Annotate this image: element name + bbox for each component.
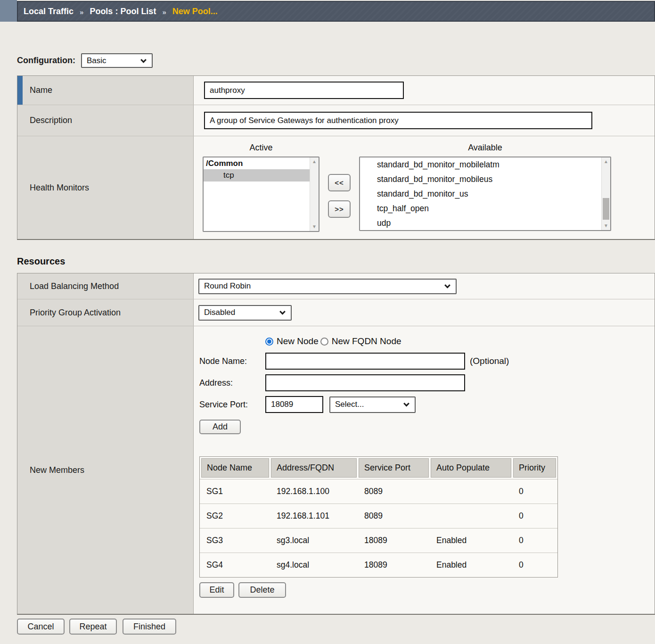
breadcrumb-bar: Local Traffic » Pools : Pool List » New … xyxy=(0,0,655,22)
required-field-accent xyxy=(17,76,23,105)
address-label: Address: xyxy=(199,378,265,388)
pool-description-input[interactable] xyxy=(204,112,592,129)
cell-node-name: SG2 xyxy=(200,504,270,528)
active-monitors-header: Active xyxy=(203,143,319,153)
new-members-label: New Members xyxy=(30,465,84,475)
priority-group-row: Priority Group Activation Disabled xyxy=(17,299,655,326)
available-monitor-item[interactable]: udp xyxy=(360,216,601,231)
configuration-table: Name Description Health Monitors Active xyxy=(17,75,655,240)
cell-service-port: 8089 xyxy=(358,504,430,528)
delete-member-button[interactable]: Delete xyxy=(238,582,286,598)
active-monitor-item[interactable]: tcp xyxy=(204,169,310,182)
column-header-priority[interactable]: Priority xyxy=(513,458,556,478)
chevron-down-icon xyxy=(403,401,409,407)
service-port-select[interactable]: Select... xyxy=(329,396,416,413)
new-members-row: New Members New Node New FQDN Node Node … xyxy=(17,326,655,614)
available-monitors-listbox[interactable]: standard_bd_monitor_mobilelatm standard_… xyxy=(359,157,611,231)
description-row: Description xyxy=(17,105,655,136)
repeat-button[interactable]: Repeat xyxy=(69,619,117,635)
column-header-address-fqdn[interactable]: Address/FQDN xyxy=(271,458,357,478)
available-monitors-header: Available xyxy=(359,143,611,153)
table-row[interactable]: SG2 192.168.1.101 8089 0 xyxy=(200,504,557,528)
load-balancing-label: Load Balancing Method xyxy=(30,281,119,291)
pool-name-input[interactable] xyxy=(204,82,404,99)
available-monitor-item[interactable]: standard_bd_monitor_us xyxy=(360,187,601,201)
available-listbox-scrollbar[interactable]: ▲ ▼ xyxy=(601,157,610,230)
node-name-input[interactable] xyxy=(265,353,465,370)
active-partition-group: /Common xyxy=(204,157,310,169)
description-label-cell: Description xyxy=(17,105,194,136)
health-monitors-label: Health Monitors xyxy=(30,183,89,193)
configuration-select[interactable]: Basic xyxy=(81,53,153,68)
cancel-button[interactable]: Cancel xyxy=(17,619,65,635)
scrollbar-thumb[interactable] xyxy=(603,198,609,220)
active-listbox-scrollbar[interactable]: ▲ ▼ xyxy=(310,157,319,231)
column-header-service-port[interactable]: Service Port xyxy=(359,458,429,478)
configuration-select-value: Basic xyxy=(87,56,106,66)
chevron-down-icon xyxy=(279,309,286,315)
scroll-up-icon[interactable]: ▲ xyxy=(312,157,317,166)
name-label-cell: Name xyxy=(17,76,194,105)
address-input[interactable] xyxy=(265,374,465,391)
edit-member-button[interactable]: Edit xyxy=(199,582,234,598)
service-port-select-value: Select... xyxy=(335,400,364,409)
breadcrumb-subsection[interactable]: Pools : Pool List xyxy=(90,7,156,17)
breadcrumb-separator-icon: » xyxy=(162,8,166,16)
load-balancing-select[interactable]: Round Robin xyxy=(198,279,457,294)
finished-button[interactable]: Finished xyxy=(123,619,176,635)
scroll-up-icon[interactable]: ▲ xyxy=(604,157,608,166)
health-monitors-row: Health Monitors Active /Common tcp ▲ ▼ xyxy=(17,136,655,239)
new-fqdn-node-radio-label[interactable]: New FQDN Node xyxy=(332,336,401,347)
cell-address: sg3.local xyxy=(270,528,358,553)
scroll-down-icon[interactable]: ▼ xyxy=(604,222,608,230)
cell-address: sg4.local xyxy=(270,553,358,577)
priority-group-label: Priority Group Activation xyxy=(30,308,121,318)
cell-address: 192.168.1.101 xyxy=(270,504,358,528)
cell-auto-populate: Enabled xyxy=(430,553,512,577)
name-row: Name xyxy=(17,76,655,105)
available-monitor-item[interactable]: standard_bd_monitor_mobileus xyxy=(360,172,601,187)
name-label: Name xyxy=(30,85,52,95)
cell-priority: 0 xyxy=(512,479,557,504)
priority-group-select-value: Disabled xyxy=(204,308,235,317)
service-port-input[interactable] xyxy=(265,396,323,413)
breadcrumb-section[interactable]: Local Traffic xyxy=(24,7,74,17)
active-monitors-listbox[interactable]: /Common tcp ▲ ▼ xyxy=(203,157,319,232)
members-table-header: Node Name Address/FQDN Service Port Auto… xyxy=(200,457,557,479)
move-to-active-button[interactable]: << xyxy=(328,174,351,191)
new-node-radio-label[interactable]: New Node xyxy=(277,336,319,347)
resources-heading: Resources xyxy=(17,256,655,267)
priority-group-select[interactable]: Disabled xyxy=(198,305,292,321)
priority-group-label-cell: Priority Group Activation xyxy=(17,299,194,326)
new-fqdn-node-radio[interactable] xyxy=(320,338,328,346)
move-to-available-button[interactable]: >> xyxy=(328,200,351,218)
table-row[interactable]: SG3 sg3.local 18089 Enabled 0 xyxy=(200,528,557,553)
cell-priority: 0 xyxy=(512,528,557,553)
cell-node-name: SG1 xyxy=(200,479,270,504)
column-header-node-name[interactable]: Node Name xyxy=(201,458,269,478)
available-monitor-item[interactable]: tcp_half_open xyxy=(360,201,601,216)
breadcrumb: Local Traffic » Pools : Pool List » New … xyxy=(17,1,655,22)
scroll-down-icon[interactable]: ▼ xyxy=(312,223,317,231)
add-member-button[interactable]: Add xyxy=(199,420,241,434)
health-monitors-label-cell: Health Monitors xyxy=(17,136,194,239)
configuration-label: Configuration: xyxy=(17,56,75,66)
chevron-down-icon xyxy=(444,282,450,289)
description-label: Description xyxy=(30,116,72,125)
load-balancing-select-value: Round Robin xyxy=(204,281,251,291)
table-row[interactable]: SG4 sg4.local 18089 Enabled 0 xyxy=(200,553,557,577)
node-name-label: Node Name: xyxy=(199,356,265,366)
column-header-auto-populate[interactable]: Auto Populate xyxy=(431,458,511,478)
breadcrumb-current-page: New Pool... xyxy=(172,7,218,17)
header-corner-block xyxy=(0,0,17,22)
new-node-radio[interactable] xyxy=(265,338,273,346)
cell-node-name: SG4 xyxy=(200,553,270,577)
optional-note: (Optional) xyxy=(470,356,509,366)
cell-auto-populate xyxy=(430,479,512,504)
table-row[interactable]: SG1 192.168.1.100 8089 0 xyxy=(200,479,557,504)
cell-auto-populate xyxy=(430,504,512,528)
load-balancing-row: Load Balancing Method Round Robin xyxy=(17,273,655,299)
members-table: Node Name Address/FQDN Service Port Auto… xyxy=(199,456,558,578)
available-monitor-item[interactable]: standard_bd_monitor_mobilelatm xyxy=(360,157,601,172)
cell-address: 192.168.1.100 xyxy=(270,479,358,504)
